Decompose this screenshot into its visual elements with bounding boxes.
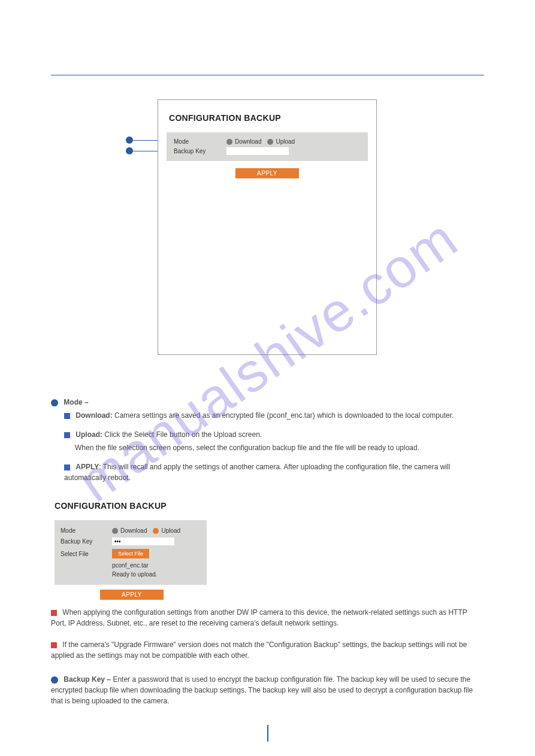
panel-title: CONFIGURATION BACKUP bbox=[158, 100, 376, 132]
download-label: Download: bbox=[75, 411, 112, 420]
square-bullet-icon bbox=[64, 432, 70, 438]
numbered-dot-1 bbox=[51, 399, 58, 406]
apply-button-2[interactable]: APPLY bbox=[100, 590, 164, 600]
square-bullet-icon bbox=[64, 464, 70, 470]
backup-key-item-label: Backup Key – bbox=[64, 675, 111, 684]
select-file-label: Select File bbox=[61, 551, 112, 557]
mode-item-label: Mode – bbox=[64, 398, 88, 406]
radio-download[interactable] bbox=[226, 139, 232, 145]
radio-upload-label-2: Upload bbox=[161, 527, 180, 534]
square-bullet-red-icon bbox=[51, 610, 57, 616]
panel2-title: CONFIGURATION BACKUP bbox=[55, 501, 484, 511]
note2-text: If the camera's "Upgrade Firmware" versi… bbox=[51, 640, 467, 660]
upload-desc2: When the file selection screen opens, se… bbox=[75, 444, 419, 452]
backup-key-input[interactable] bbox=[226, 147, 289, 155]
upload-label: Upload: bbox=[75, 430, 102, 439]
radio-download-2[interactable] bbox=[112, 528, 118, 534]
apply-label: APPLY bbox=[75, 463, 99, 471]
page-footer bbox=[262, 725, 273, 742]
footer-divider bbox=[267, 725, 268, 742]
download-desc: Camera settings are saved as an encrypte… bbox=[114, 411, 454, 420]
square-bullet-icon bbox=[64, 413, 70, 419]
config-backup-panel-download: CONFIGURATION BACKUP Mode Download Uploa… bbox=[158, 99, 377, 355]
ready-text: Ready to upload. bbox=[112, 571, 201, 578]
backup-key-desc: Enter a password that is used to encrypt… bbox=[51, 675, 473, 705]
radio-upload-2[interactable] bbox=[153, 528, 159, 534]
radio-download-label-2: Download bbox=[120, 527, 147, 534]
mode-label: Mode bbox=[174, 138, 226, 145]
apply-button[interactable]: APPLY bbox=[235, 168, 299, 178]
backup-key-label-2: Backup Key bbox=[61, 538, 112, 545]
callout-dot-1 bbox=[126, 136, 133, 144]
radio-upload[interactable] bbox=[267, 139, 273, 145]
upload-desc1: Click the Select File button on the Uplo… bbox=[104, 430, 262, 439]
numbered-dot-2 bbox=[51, 676, 58, 684]
backup-key-label: Backup Key bbox=[174, 148, 226, 154]
square-bullet-red-icon bbox=[51, 642, 57, 648]
radio-upload-label: Upload bbox=[276, 138, 295, 145]
select-file-button[interactable]: Select File bbox=[112, 549, 149, 558]
radio-download-label: Download bbox=[235, 138, 261, 145]
mode-label-2: Mode bbox=[61, 527, 112, 534]
backup-key-input-2[interactable] bbox=[112, 538, 174, 545]
filename-text: pconf_enc.tar bbox=[112, 562, 201, 569]
callout-dot-2 bbox=[126, 147, 133, 154]
note1-text: When applying the configuration settings… bbox=[51, 608, 467, 627]
apply-desc: This will recall and apply the settings … bbox=[64, 463, 450, 482]
